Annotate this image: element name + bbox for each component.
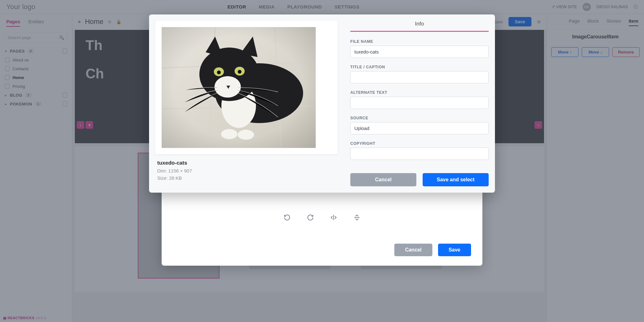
input-alt[interactable] bbox=[350, 97, 489, 109]
save-and-select-button[interactable]: Save and select bbox=[423, 173, 489, 186]
image-edit-toolbar bbox=[162, 213, 482, 222]
redo-icon[interactable] bbox=[306, 213, 314, 222]
field-file-name: FILE NAME bbox=[350, 39, 489, 58]
image-dimensions: Dim: 1156 × 907 bbox=[157, 168, 336, 173]
image-info-modal: tuxedo-cats Dim: 1156 × 907 Size: 28 KB … bbox=[149, 14, 495, 193]
flip-vertical-icon[interactable] bbox=[353, 213, 361, 222]
field-source: SOURCE bbox=[350, 116, 489, 134]
modal-overlay: Cancel Save bbox=[0, 0, 644, 322]
label-copyright: COPYRIGHT bbox=[350, 141, 489, 146]
modal-left: tuxedo-cats Dim: 1156 × 907 Size: 28 KB bbox=[155, 21, 338, 186]
input-copyright[interactable] bbox=[350, 148, 489, 160]
input-source[interactable] bbox=[350, 122, 489, 134]
field-copyright: COPYRIGHT bbox=[350, 141, 489, 160]
label-file-name: FILE NAME bbox=[350, 39, 489, 44]
field-alt: ALTERNATE TEXT bbox=[350, 90, 489, 109]
modal-right: Info FILE NAME TITLE / CAPTION ALTERNATE… bbox=[338, 21, 489, 186]
image-preview-card bbox=[155, 21, 338, 154]
image-preview bbox=[162, 27, 316, 148]
label-alt: ALTERNATE TEXT bbox=[350, 90, 489, 95]
input-title[interactable] bbox=[350, 71, 489, 83]
image-size: Size: 28 KB bbox=[157, 175, 336, 181]
flip-horizontal-icon[interactable] bbox=[330, 213, 338, 222]
label-title: TITLE / CAPTION bbox=[350, 65, 489, 69]
cancel-button[interactable]: Cancel bbox=[350, 173, 416, 186]
field-title: TITLE / CAPTION bbox=[350, 65, 489, 83]
input-file-name[interactable] bbox=[350, 46, 489, 58]
image-edit-buttons: Cancel Save bbox=[394, 244, 471, 256]
image-edit-save-button[interactable]: Save bbox=[438, 244, 471, 256]
svg-rect-18 bbox=[162, 27, 316, 148]
undo-icon[interactable] bbox=[283, 213, 291, 222]
image-meta: tuxedo-cats Dim: 1156 × 907 Size: 28 KB bbox=[155, 154, 338, 181]
label-source: SOURCE bbox=[350, 116, 489, 120]
image-edit-cancel-button[interactable]: Cancel bbox=[394, 244, 432, 256]
info-tab[interactable]: Info bbox=[350, 21, 489, 32]
image-name: tuxedo-cats bbox=[157, 160, 336, 166]
modal-buttons: Cancel Save and select bbox=[350, 167, 489, 186]
